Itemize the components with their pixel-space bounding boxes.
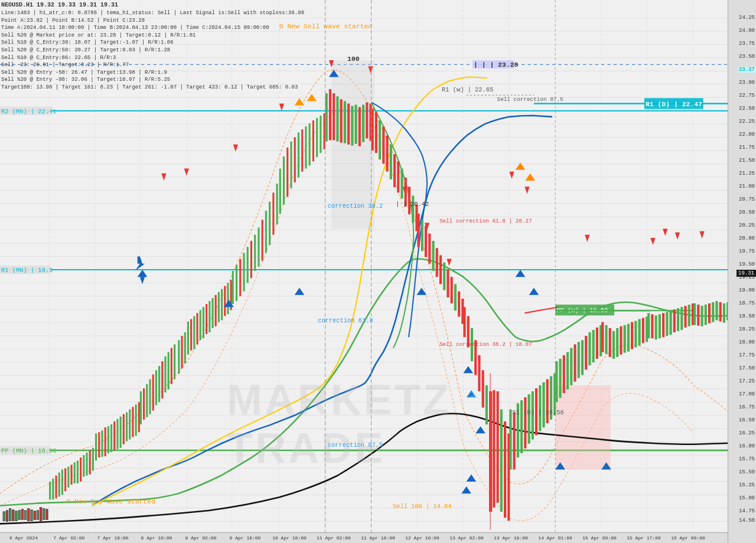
svg-rect-68 <box>6 511 8 521</box>
svg-rect-248 <box>601 322 604 352</box>
price-1675: 16.75 <box>739 404 755 410</box>
svg-rect-252 <box>616 328 618 357</box>
svg-text:| | 20.42: | | 20.42 <box>396 201 429 208</box>
svg-rect-265 <box>662 313 664 337</box>
svg-rect-272 <box>688 305 690 326</box>
svg-rect-167 <box>324 113 325 149</box>
svg-rect-281 <box>719 302 722 322</box>
svg-rect-99 <box>101 430 103 457</box>
svg-rect-195 <box>421 220 423 251</box>
svg-rect-97 <box>95 433 97 460</box>
svg-rect-165 <box>316 118 318 157</box>
svg-rect-171 <box>336 96 338 141</box>
svg-rect-157 <box>286 148 288 197</box>
svg-rect-159 <box>294 138 296 182</box>
svg-rect-90 <box>74 462 76 483</box>
price-1950: 19.50 <box>739 261 755 267</box>
svg-rect-237 <box>563 355 565 393</box>
svg-rect-114 <box>146 384 148 417</box>
time-label-4: 9 Apr 02:00 <box>185 535 217 541</box>
svg-rect-131 <box>200 310 201 340</box>
svg-rect-238 <box>566 352 569 390</box>
svg-rect-78 <box>37 511 38 519</box>
svg-rect-152 <box>269 202 271 245</box>
svg-rect-223 <box>513 413 516 470</box>
svg-rect-268 <box>673 309 676 332</box>
svg-rect-279 <box>712 302 714 322</box>
svg-rect-95 <box>89 450 91 475</box>
svg-rect-136 <box>215 295 217 326</box>
svg-rect-264 <box>659 314 661 338</box>
svg-rect-85 <box>58 473 60 497</box>
price-1475: 14.75 <box>739 508 755 514</box>
svg-rect-91 <box>77 460 79 483</box>
price-1750: 17.50 <box>739 365 755 371</box>
svg-rect-134 <box>208 301 210 332</box>
svg-rect-170 <box>333 93 335 140</box>
price-2275: 22.75 <box>739 93 755 99</box>
svg-rect-162 <box>305 126 307 168</box>
svg-rect-184 <box>382 126 384 163</box>
svg-rect-230 <box>539 385 541 431</box>
svg-rect-257 <box>634 321 637 348</box>
svg-rect-71 <box>15 511 17 521</box>
time-label-5: 9 Apr 18:00 <box>230 535 261 541</box>
price-2425: 24.25 <box>739 15 755 21</box>
price-2025: 20.25 <box>739 223 755 228</box>
svg-rect-194 <box>417 214 419 247</box>
chart-container: R2 (MN) | 22.41 R1 (MN) | 19.3 PP (MN) |… <box>0 0 756 543</box>
price-1575: 15.75 <box>739 456 755 462</box>
price-2400: 24.00 <box>739 28 755 34</box>
price-2375: 23.75 <box>739 41 755 47</box>
price-2300: 23.00 <box>739 80 755 86</box>
chart-svg: R2 (MN) | 22.41 R1 (MN) | 19.3 PP (MN) |… <box>0 0 756 543</box>
svg-rect-112 <box>140 391 142 424</box>
svg-rect-129 <box>193 316 195 349</box>
svg-rect-244 <box>588 332 591 365</box>
svg-rect-125 <box>181 336 183 368</box>
svg-rect-130 <box>196 313 198 344</box>
svg-rect-256 <box>631 322 633 349</box>
svg-rect-153 <box>272 192 274 234</box>
svg-rect-201 <box>443 263 445 290</box>
svg-rect-146 <box>247 247 249 283</box>
svg-rect-188 <box>397 161 399 192</box>
svg-rect-236 <box>559 359 561 398</box>
svg-rect-245 <box>592 330 595 362</box>
svg-rect-0 <box>0 0 756 543</box>
svg-rect-118 <box>158 366 160 402</box>
svg-rect-172 <box>340 99 343 142</box>
svg-rect-128 <box>190 319 192 351</box>
svg-rect-79 <box>40 508 42 521</box>
svg-rect-96 <box>92 448 94 471</box>
svg-rect-98 <box>98 432 100 457</box>
price-1975: 19.75 <box>739 248 755 254</box>
svg-text:correction 38.2: correction 38.2 <box>328 202 383 210</box>
time-label-3: 8 Apr 10:00 <box>141 535 172 541</box>
svg-text:R2 (MN) | 22.41: R2 (MN) | 22.41 <box>1 108 56 115</box>
svg-text:0 New Sell wave started: 0 New Sell wave started <box>279 23 373 30</box>
svg-rect-93 <box>83 455 84 477</box>
svg-rect-242 <box>581 340 584 375</box>
svg-text:R1 (MN) | 19.3: R1 (MN) | 19.3 <box>1 267 53 274</box>
svg-rect-94 <box>86 453 87 476</box>
svg-rect-259 <box>642 318 644 344</box>
price-1625: 16.25 <box>739 430 755 436</box>
time-label-2: 7 Apr 18:00 <box>97 535 129 541</box>
svg-rect-225 <box>520 400 523 453</box>
price-2150: 21.50 <box>739 158 755 163</box>
svg-rect-88 <box>67 466 69 488</box>
price-2050: 20.50 <box>739 210 755 215</box>
svg-rect-174 <box>347 103 350 144</box>
time-label-9: 12 Apr 10:00 <box>405 535 439 541</box>
svg-text:0 New Buy Wave started: 0 New Buy Wave started <box>66 498 155 505</box>
time-label-8: 11 Apr 18:00 <box>361 535 395 541</box>
svg-rect-275 <box>697 305 699 326</box>
svg-rect-202 <box>447 270 449 297</box>
svg-rect-143 <box>236 265 237 301</box>
svg-rect-75 <box>28 509 30 521</box>
svg-rect-250 <box>609 328 611 357</box>
svg-rect-207 <box>463 307 465 337</box>
svg-rect-254 <box>624 325 626 353</box>
svg-rect-232 <box>546 380 549 423</box>
